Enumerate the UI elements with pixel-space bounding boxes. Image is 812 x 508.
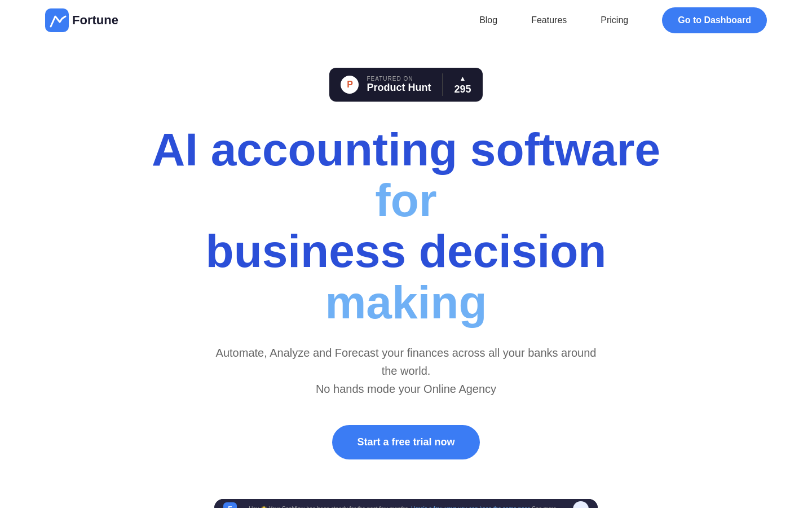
nav-links: Blog Features Pricing Go to Dashboard: [479, 7, 767, 33]
ph-divider: [442, 73, 443, 96]
logo[interactable]: Fortune: [45, 8, 118, 32]
topbar-ai-text: Hey 🌟 Your Cashflow has been steady for …: [242, 506, 563, 508]
heading-part2: business decision: [206, 225, 607, 277]
ph-featured-label: FEATURED ON: [367, 76, 413, 82]
main-mockup: F Hey 🌟 Your Cashflow has been steady fo…: [214, 499, 598, 508]
svg-rect-0: [45, 8, 69, 32]
hero-subtext: Automate, Analyze and Forecast your fina…: [209, 344, 603, 398]
ph-arrow-icon: ▲: [460, 75, 466, 82]
nav-blog[interactable]: Blog: [479, 15, 497, 25]
topbar-avatar: [573, 501, 589, 508]
topbar-logo-icon: F: [223, 502, 237, 508]
ph-logo-icon: P: [347, 80, 353, 90]
logo-text: Fortune: [72, 13, 118, 28]
product-hunt-badge[interactable]: P FEATURED ON Product Hunt ▲ 295: [329, 68, 482, 102]
heading-part1: AI accounting software: [152, 124, 660, 175]
hero-heading: AI accounting software for business deci…: [124, 124, 688, 328]
go-to-dashboard-button[interactable]: Go to Dashboard: [662, 7, 767, 33]
dashboard-preview: 09:41 ▲ ▊ F Fortune Hey 👋 Your Cashflow …: [45, 493, 767, 508]
ph-logo-circle: P: [341, 76, 359, 94]
heading-highlight1: for: [375, 174, 436, 226]
hero-subtext-line1: Automate, Analyze and Forecast your fina…: [216, 347, 597, 377]
mockup-topbar: F Hey 🌟 Your Cashflow has been steady fo…: [214, 499, 598, 508]
navbar: Fortune Blog Features Pricing Go to Dash…: [0, 0, 812, 41]
logo-icon: [45, 8, 69, 32]
nav-features[interactable]: Features: [531, 15, 567, 25]
ph-votes: ▲ 295: [454, 75, 471, 95]
start-trial-button[interactable]: Start a free trial now: [332, 425, 479, 459]
hero-subtext-line2: No hands mode your Online Agency: [316, 383, 496, 395]
heading-highlight2: making: [325, 277, 487, 328]
ph-text: FEATURED ON Product Hunt: [367, 76, 431, 94]
hero-section: P FEATURED ON Product Hunt ▲ 295 AI acco…: [0, 41, 812, 508]
ph-product-name: Product Hunt: [367, 82, 431, 94]
ph-vote-count: 295: [454, 84, 471, 95]
nav-pricing[interactable]: Pricing: [601, 15, 628, 25]
